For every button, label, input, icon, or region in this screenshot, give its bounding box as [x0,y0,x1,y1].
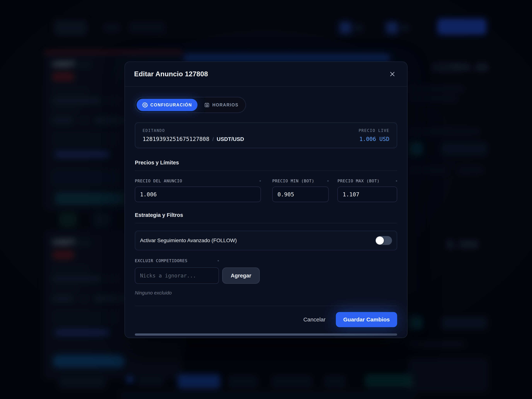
ad-id: 12819393251675127808 [143,136,209,142]
trading-pair: USDT/USD [217,136,244,142]
modal-header: Editar Anuncio 127808 [125,62,407,87]
tab-configuracion[interactable]: CONFIGURACIÓN [137,99,197,111]
exclude-nicks-input[interactable] [135,267,219,284]
price-fields-row: PRECIO DEL ANUNCIO PRECIO MIN (BOT) PREC… [135,179,397,202]
field-dot [396,180,397,182]
exclude-input-row: Agregar [135,267,397,284]
editing-label: EDITANDO [143,128,244,133]
add-button[interactable]: Agregar [222,267,260,284]
editing-value-row: 12819393251675127808 / USDT/USD [143,136,244,142]
section-heading-strategy: Estrategia y Filtros [135,212,397,223]
field-precio-max: PRECIO MAX (BOT) [337,179,397,202]
field-label: PRECIO MAX (BOT) [337,179,380,183]
editing-info-box: EDITANDO 12819393251675127808 / USDT/USD… [135,122,397,148]
modal-body: CONFIGURACIÓN HORARIOS EDITANDO 12819393… [125,87,407,336]
field-precio-anuncio: PRECIO DEL ANUNCIO [135,179,261,202]
field-label: PRECIO MIN (BOT) [272,179,314,183]
editing-left: EDITANDO 12819393251675127808 / USDT/USD [143,128,244,142]
precio-anuncio-input[interactable] [135,187,261,202]
section-heading-prices: Precios y Límites [135,160,397,171]
tab-label: HORARIOS [212,102,239,108]
price-live-label: PRECIO LIVE [359,128,389,133]
save-button[interactable]: Guardar Cambios [336,312,397,327]
field-dot [327,180,329,182]
toggle-knob [376,236,384,245]
precio-min-input[interactable] [272,187,329,202]
follow-label: Activar Seguimiento Avanzado (FOLLOW) [140,238,237,243]
footer-divider [135,306,397,306]
close-button[interactable] [387,69,398,80]
precio-max-input[interactable] [337,187,397,202]
field-label: PRECIO DEL ANUNCIO [135,179,182,183]
tab-label: CONFIGURACIÓN [150,102,192,108]
separator: / [212,136,214,142]
price-live-value: 1.006 USD [359,136,389,142]
field-dot [260,180,261,182]
field-label-row: PRECIO MIN (BOT) [272,179,329,183]
close-icon [389,71,395,77]
exclude-empty-note: Ninguno excluido [135,290,397,296]
tab-bar: CONFIGURACIÓN HORARIOS [135,97,246,113]
gear-icon [142,102,148,108]
follow-toggle[interactable] [375,236,392,245]
calendar-clock-icon [204,102,210,108]
edit-ad-modal: Editar Anuncio 127808 CONFIGURACIÓN HORA… [125,62,407,338]
follow-toggle-row: Activar Seguimiento Avanzado (FOLLOW) [135,231,397,250]
tab-horarios[interactable]: HORARIOS [199,99,244,111]
field-precio-min: PRECIO MIN (BOT) [272,179,329,202]
exclude-label: EXCLUIR COMPETIDORES [135,259,188,263]
cancel-button[interactable]: Cancelar [303,317,325,323]
field-label-row: PRECIO DEL ANUNCIO [135,179,261,183]
field-label-row: PRECIO MAX (BOT) [337,179,397,183]
modal-footer: Cancelar Guardar Cambios [135,312,397,327]
field-dot [218,260,219,261]
price-live-block: PRECIO LIVE 1.006 USD [359,128,389,142]
horizontal-scrollbar[interactable] [135,333,397,336]
exclude-label-row: EXCLUIR COMPETIDORES [135,259,219,263]
modal-title: Editar Anuncio 127808 [134,70,208,78]
